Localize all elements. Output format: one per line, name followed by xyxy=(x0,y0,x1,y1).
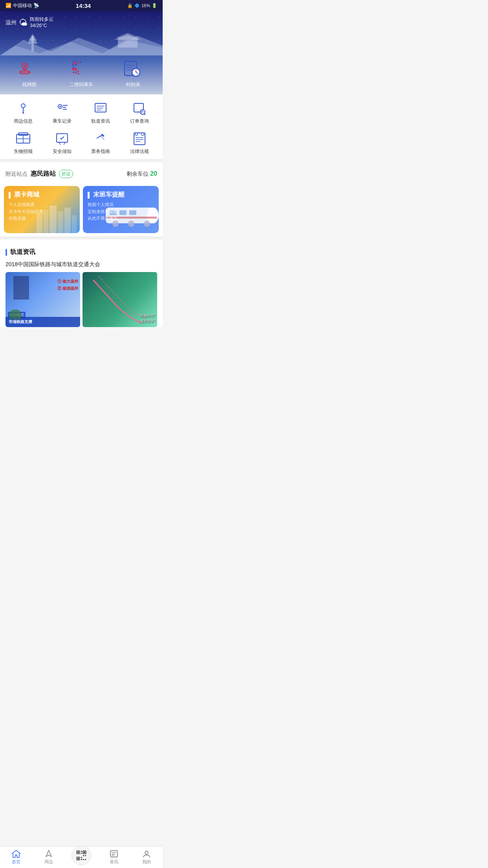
hero-route-map[interactable]: 线网图 xyxy=(18,59,40,88)
nearby-label: 附近站点 xyxy=(6,171,28,178)
news-section: 轨道资讯 2018中国国际铁路与城市轨道交通大会 市域铁路支撑 TOD模式 xyxy=(0,243,163,327)
svg-rect-19 xyxy=(73,69,76,70)
func-ride-record[interactable]: 乘车记录 xyxy=(43,101,82,125)
mountains-bg xyxy=(0,32,163,55)
weather-city: 温州 xyxy=(6,19,17,26)
svg-point-76 xyxy=(144,221,150,227)
track-news-icon xyxy=(92,101,109,116)
title-bar-accent xyxy=(6,249,7,256)
nearby-section: 附近站点 惠民路站 舒适 剩余车位 20 xyxy=(0,165,163,183)
divider-2 xyxy=(0,236,163,239)
hero-timetable[interactable]: 时刻表 xyxy=(122,59,144,88)
svg-rect-16 xyxy=(80,61,81,63)
svg-rect-38 xyxy=(95,103,106,112)
wifi-icon: 📡 xyxy=(33,3,39,8)
func-label-safety: 安全须知 xyxy=(53,148,72,155)
weather-condition: 阵雨转多云 xyxy=(30,17,53,23)
map-label: "东海时代" "城市营学" xyxy=(139,313,155,324)
func-order-query[interactable]: 订单查询 xyxy=(120,101,159,125)
function-grid: 周边信息 乘车记录 xyxy=(0,94,163,159)
hero-icon-label-timetable: 时刻表 xyxy=(126,81,140,88)
promo-last-train[interactable]: 末班车提醒 根据个人情况 定制末班车提醒 从此不再等夜车 xyxy=(83,186,159,233)
conf-banner-text: 市域铁路支撑 xyxy=(9,319,77,325)
promo-cards: 票卡商城 个人在线购票 月卡年卡活动优惠 在线充值 xyxy=(0,183,163,236)
weather-desc: 阵雨转多云 34/26°C xyxy=(30,17,53,29)
func-label-law: 法律法规 xyxy=(130,148,149,155)
hero-qr-ride[interactable]: 二维码乘车 xyxy=(70,59,93,88)
func-safety-notice[interactable]: 安全须知 xyxy=(43,131,82,155)
svg-rect-14 xyxy=(73,62,76,64)
func-label-nearby: 周边信息 xyxy=(14,118,33,125)
lock-icon: 🔒 xyxy=(127,3,133,8)
func-law-reg[interactable]: 法律法规 xyxy=(120,131,159,155)
news-img-map[interactable]: "东海时代" "城市营学" xyxy=(83,272,157,327)
svg-rect-57 xyxy=(134,133,145,145)
plant-decoration xyxy=(9,309,21,319)
svg-rect-20 xyxy=(73,72,74,73)
svg-line-56 xyxy=(101,136,105,140)
func-label-track: 轨道资讯 xyxy=(91,118,110,125)
svg-line-44 xyxy=(144,113,145,115)
route-map-icon xyxy=(18,59,40,79)
svg-rect-73 xyxy=(129,210,136,215)
func-label-order: 订单查询 xyxy=(130,118,149,125)
promo-right-title: 末班车提醒 xyxy=(88,191,125,199)
ticket-guide-icon xyxy=(92,131,109,146)
hero-icons-row: 线网图 xyxy=(0,55,163,94)
func-nearby-info[interactable]: 周边信息 xyxy=(4,101,43,125)
promo-left-title: 票卡商城 xyxy=(9,191,43,199)
news-img-conference[interactable]: 市域铁路支撑 TOD模式 ① 做大温州 ② 做强温州 xyxy=(6,272,80,327)
func-ticket-guide[interactable]: 票务指南 xyxy=(81,131,120,155)
svg-rect-15 xyxy=(78,61,79,63)
status-right: 🔒 🔷 16% 🔋 xyxy=(127,3,157,8)
hero-icon-label-qr: 二维码乘车 xyxy=(70,81,93,88)
func-track-news[interactable]: 轨道资讯 xyxy=(81,101,120,125)
func-label-ride: 乘车记录 xyxy=(53,118,72,125)
status-bar: 📶 中国移动 📡 14:34 🔒 🔷 16% 🔋 xyxy=(0,0,163,11)
svg-marker-2 xyxy=(28,34,37,40)
order-query-icon xyxy=(131,101,148,116)
svg-rect-22 xyxy=(77,71,79,72)
safety-notice-icon xyxy=(53,131,71,146)
svg-rect-17 xyxy=(73,66,74,68)
svg-rect-23 xyxy=(77,73,79,75)
signal-icon: 📶 xyxy=(6,3,11,8)
divider-1 xyxy=(0,159,163,162)
svg-point-70 xyxy=(147,208,159,223)
promo-right-desc: 根据个人情况 定制末班车提醒 从此不再等夜车 xyxy=(88,201,125,222)
status-left: 📶 中国移动 📡 xyxy=(6,2,39,9)
hero-section: 温州 🌤 阵雨转多云 34/26°C xyxy=(0,11,163,94)
conf-list: ① 做大温州 ② 做强温州 xyxy=(57,278,78,292)
svg-rect-21 xyxy=(75,72,77,73)
news-images: 市域铁路支撑 TOD模式 ① 做大温州 ② 做强温州 xyxy=(6,272,157,327)
svg-rect-65 xyxy=(50,206,57,233)
ride-record-icon xyxy=(53,101,71,116)
hero-icon-label-route: 线网图 xyxy=(22,81,37,88)
func-lost-found[interactable]: 失物招领 xyxy=(4,131,43,155)
battery-level: 16% xyxy=(141,3,150,8)
article-title[interactable]: 2018中国国际铁路与城市轨道交通大会 xyxy=(6,261,157,268)
law-reg-icon xyxy=(131,131,148,146)
svg-rect-67 xyxy=(64,208,71,233)
lost-found-icon xyxy=(15,131,32,146)
carrier-name: 中国移动 xyxy=(13,2,32,9)
nearby-station: 惠民路站 xyxy=(31,170,56,178)
speaker-silhouette xyxy=(13,276,29,300)
parking-label: 剩余车位 xyxy=(127,171,149,177)
promo-ticket-mall[interactable]: 票卡商城 个人在线购票 月卡年卡活动优惠 在线充值 xyxy=(4,186,80,233)
svg-point-9 xyxy=(24,65,26,67)
bluetooth-icon: 🔷 xyxy=(134,3,140,8)
svg-point-34 xyxy=(59,106,61,107)
svg-point-31 xyxy=(21,104,25,108)
promo-left-desc: 个人在线购票 月卡年卡活动优惠 在线充值 xyxy=(9,201,43,222)
nearby-right: 剩余车位 20 xyxy=(127,170,157,178)
svg-rect-68 xyxy=(72,215,77,233)
svg-rect-66 xyxy=(58,211,63,233)
func-label-lost: 失物招领 xyxy=(14,148,33,155)
promo-right-content: 末班车提醒 根据个人情况 定制末班车提醒 从此不再等夜车 xyxy=(83,186,129,227)
news-title-text: 轨道资讯 xyxy=(10,248,35,256)
svg-point-32 xyxy=(22,112,24,114)
qr-code-icon xyxy=(70,59,92,79)
svg-marker-7 xyxy=(116,33,139,38)
weather-temp: 34/26°C xyxy=(30,23,53,29)
